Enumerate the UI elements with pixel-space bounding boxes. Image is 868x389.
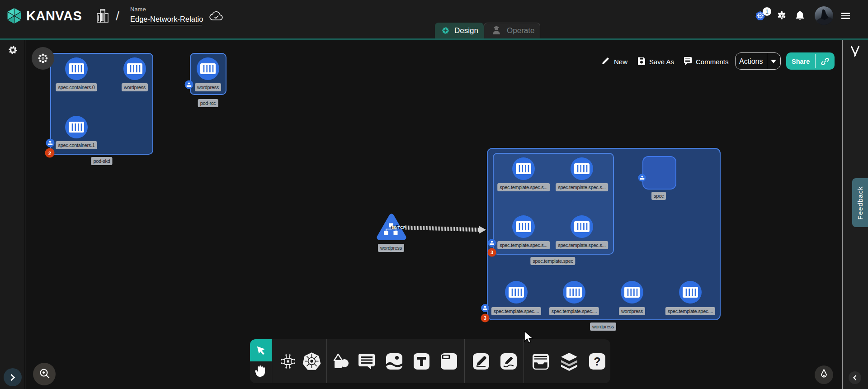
svg-text:?: ? (594, 355, 600, 368)
